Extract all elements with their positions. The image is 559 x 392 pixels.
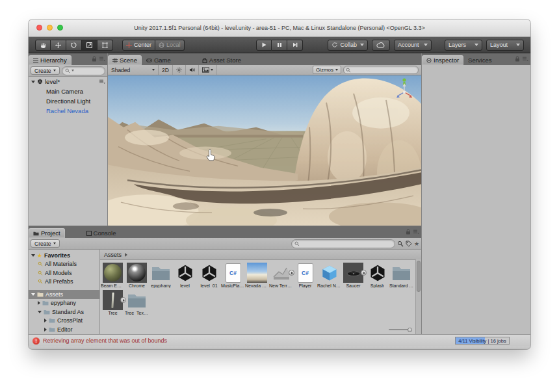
- asset-chrome[interactable]: Chrome: [125, 263, 149, 288]
- rotate-tool-icon: [70, 42, 77, 49]
- rect-tool-button[interactable]: [98, 40, 113, 51]
- folder-row-standard-assets[interactable]: Standard As: [29, 307, 99, 317]
- rotate-tool-button[interactable]: [66, 40, 82, 51]
- hierarchy-item-rachel-nevada[interactable]: Rachel Nevada: [29, 106, 107, 116]
- hierarchy-item-main-camera[interactable]: Main Camera: [29, 86, 107, 96]
- toggle-2d-button[interactable]: 2D: [159, 65, 173, 75]
- project-folder-tree: ★ Favorites All Materials: [29, 250, 100, 334]
- tab-hierarchy[interactable]: Hierarchy: [29, 55, 72, 65]
- tab-inspector[interactable]: Inspector: [422, 55, 463, 65]
- favorite-star-icon[interactable]: ★: [414, 241, 419, 247]
- favorites-all-prefabs[interactable]: All Prefabs: [29, 278, 99, 287]
- lock-icon[interactable]: [92, 56, 97, 62]
- project-search-input[interactable]: [291, 239, 395, 248]
- account-dropdown[interactable]: Account: [394, 40, 432, 51]
- thumbnail-size-slider[interactable]: [389, 327, 412, 332]
- disclosure-open-icon[interactable]: [31, 293, 35, 296]
- asset-rachel-nevada[interactable]: Rachel Nevada: [317, 263, 341, 288]
- disclosure-open-icon[interactable]: [31, 81, 35, 83]
- folder-row-epyphany[interactable]: epyphany: [29, 299, 99, 308]
- disclosure-closed-icon[interactable]: [44, 319, 47, 322]
- panel-menu-icon[interactable]: [413, 229, 419, 235]
- collab-button[interactable]: Collab: [328, 40, 368, 51]
- tab-services[interactable]: Services: [463, 55, 496, 65]
- panel-menu-icon[interactable]: [99, 57, 105, 62]
- close-window-button[interactable]: [36, 25, 42, 31]
- lock-icon[interactable]: [406, 229, 411, 235]
- sun-icon: [176, 67, 182, 73]
- audio-toggle-button[interactable]: [186, 65, 199, 75]
- cloud-button[interactable]: [372, 40, 390, 51]
- hierarchy-search-input[interactable]: [62, 66, 105, 75]
- pivot-local-button[interactable]: Local: [155, 40, 185, 51]
- hand-tool-button[interactable]: [35, 40, 51, 51]
- progress-text: 4/11 Visibility | 16 jobs: [458, 338, 506, 344]
- move-tool-button[interactable]: [51, 40, 66, 51]
- layout-dropdown[interactable]: Layout: [486, 40, 524, 51]
- tab-asset-store[interactable]: Asset Store: [198, 55, 246, 65]
- tab-project[interactable]: Project: [29, 228, 65, 238]
- lighting-toggle-button[interactable]: [173, 65, 186, 75]
- project-create-button[interactable]: Create: [31, 239, 60, 248]
- asset-splash[interactable]: Splash: [365, 263, 389, 288]
- disclosure-open-icon[interactable]: [31, 254, 35, 257]
- expand-asset-icon[interactable]: [289, 270, 294, 276]
- expand-asset-icon[interactable]: [120, 297, 126, 303]
- play-button[interactable]: [256, 40, 272, 51]
- playmode-controls: [256, 40, 303, 51]
- window-resize-strip[interactable]: [29, 346, 530, 349]
- disclosure-closed-icon[interactable]: [38, 301, 40, 305]
- tab-console[interactable]: Console: [82, 228, 121, 238]
- hierarchy-create-label: Create: [34, 68, 51, 74]
- favorites-all-models[interactable]: All Models: [29, 268, 99, 278]
- project-scrollbar[interactable]: [415, 259, 421, 334]
- disclosure-open-icon[interactable]: [38, 311, 42, 313]
- assets-root-row[interactable]: Assets: [29, 290, 99, 299]
- pivot-center-button[interactable]: Center: [122, 40, 155, 51]
- scale-tool-button[interactable]: [82, 40, 98, 51]
- scene-row-menu-icon[interactable]: [99, 79, 105, 85]
- asset-tree-textures-folder[interactable]: Tree_Textures: [125, 290, 149, 315]
- asset-musicplayer[interactable]: C# MusicPlayer: [221, 263, 245, 288]
- search-by-type-icon[interactable]: [397, 241, 404, 247]
- search-by-label-icon[interactable]: [406, 241, 412, 247]
- disclosure-closed-icon[interactable]: [44, 328, 47, 332]
- expand-asset-icon[interactable]: [361, 270, 367, 276]
- asset-player[interactable]: C# Player: [293, 263, 317, 288]
- asset-new-terrain[interactable]: New Terrain: [269, 263, 293, 288]
- favorites-root-row[interactable]: ★ Favorites: [29, 251, 99, 260]
- asset-level-01[interactable]: level_01: [197, 263, 221, 288]
- hierarchy-item-label: Rachel Nevada: [46, 107, 88, 114]
- folder-row-crossplat[interactable]: CrossPlat: [29, 317, 99, 326]
- hierarchy-create-button[interactable]: Create: [31, 66, 60, 75]
- status-bar[interactable]: ! Retrieving array element that was out …: [29, 334, 530, 346]
- step-button[interactable]: [287, 40, 303, 51]
- asset-nevada-desert[interactable]: Nevada Desert: [245, 263, 269, 288]
- folder-row-editor[interactable]: Editor: [29, 325, 99, 334]
- hierarchy-scene-row[interactable]: level*: [29, 77, 107, 86]
- asset-epyphany-folder[interactable]: epyphany: [149, 263, 173, 288]
- asset-saucer[interactable]: Saucer: [341, 263, 365, 288]
- asset-level[interactable]: level: [173, 263, 197, 288]
- layers-dropdown[interactable]: Layers: [445, 40, 482, 51]
- asset-tree[interactable]: Tree: [101, 290, 125, 315]
- gizmos-dropdown[interactable]: Gizmos: [313, 66, 341, 74]
- tab-scene[interactable]: Scene: [108, 55, 142, 65]
- zoom-window-button[interactable]: [57, 25, 63, 31]
- query-icon: [38, 270, 43, 276]
- tab-game[interactable]: Game: [142, 55, 176, 65]
- panel-menu-icon[interactable]: [523, 57, 528, 62]
- asset-beam-emitter[interactable]: Beam Emitter: [101, 263, 125, 288]
- tree-model-icon: [112, 292, 114, 307]
- favorites-all-materials[interactable]: All Materials: [29, 260, 99, 269]
- lock-icon[interactable]: [515, 56, 520, 62]
- minimize-window-button[interactable]: [47, 25, 53, 31]
- hierarchy-item-directional-light[interactable]: Directional Light: [29, 96, 107, 106]
- pause-button[interactable]: [272, 40, 287, 51]
- project-breadcrumb[interactable]: Assets: [100, 250, 421, 260]
- scene-viewport[interactable]: [108, 75, 421, 226]
- scene-search-input[interactable]: [343, 66, 419, 74]
- effects-dropdown-button[interactable]: [199, 65, 217, 75]
- draw-mode-dropdown[interactable]: Shaded: [108, 65, 159, 75]
- asset-standard-assets-folder[interactable]: Standard Asse...: [389, 263, 413, 288]
